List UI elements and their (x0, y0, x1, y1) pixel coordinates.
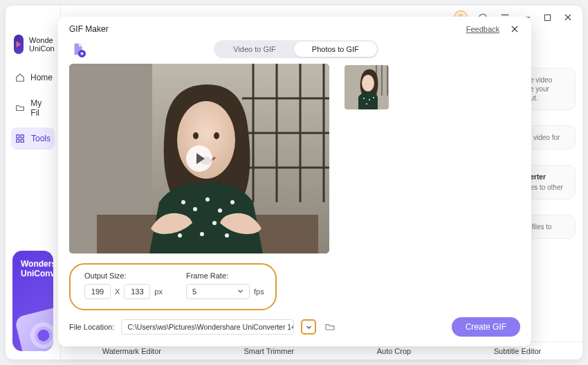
svg-rect-11 (21, 135, 24, 138)
card-text: out. (526, 94, 569, 103)
svg-point-49 (362, 75, 374, 91)
nav-tools[interactable]: Tools (11, 127, 55, 150)
brand: Wonde UniCon (6, 35, 60, 66)
frame-rate-label: Frame Rate: (186, 271, 264, 280)
output-params: Output Size: X px Frame Rate: 5 fps (69, 263, 277, 310)
svg-point-30 (181, 200, 185, 204)
brand-line2: UniCon (29, 44, 55, 53)
x-separator: X (115, 287, 120, 296)
promo-line2: UniConvert (21, 269, 45, 278)
play-button[interactable] (186, 145, 212, 172)
svg-rect-10 (17, 135, 19, 138)
dialog-title: GIF Maker (69, 24, 109, 34)
svg-point-31 (193, 207, 197, 211)
tool-auto-crop[interactable]: Auto Crop (371, 345, 417, 357)
create-gif-button[interactable]: Create GIF (452, 317, 520, 337)
promo-art-icon (14, 305, 53, 351)
svg-point-52 (373, 97, 374, 98)
nav-myfiles[interactable]: My Fil (11, 93, 55, 123)
home-icon (15, 72, 25, 83)
svg-point-34 (230, 200, 235, 204)
svg-point-36 (212, 221, 217, 225)
nav-home-label: Home (30, 73, 53, 82)
dialog-body (58, 64, 531, 258)
card-title: verter (526, 172, 569, 181)
nav-home[interactable]: Home (11, 66, 55, 89)
add-file-button[interactable] (69, 40, 87, 58)
file-location-dropdown[interactable] (301, 319, 316, 335)
gif-maker-dialog: GIF Maker Feedback Video to GIF Photos t… (58, 17, 531, 346)
svg-rect-13 (21, 139, 24, 142)
brand-text: Wonde UniCon (29, 36, 55, 53)
dialog-topbar: Video to GIF Photos to GIF (58, 37, 531, 64)
tab-photos-to-gif[interactable]: Photos to GIF (294, 42, 377, 57)
svg-point-42 (193, 132, 199, 139)
output-width-input[interactable] (84, 284, 111, 299)
file-location-label: File Location: (69, 323, 114, 331)
frame-rate-select[interactable]: 5 (186, 284, 250, 299)
output-height-input[interactable] (124, 284, 150, 299)
card-text: y files to (526, 222, 569, 231)
svg-point-50 (363, 98, 365, 99)
nav: Home My Fil Tools (6, 66, 60, 150)
svg-point-41 (178, 233, 182, 238)
feedback-link[interactable]: Feedback (466, 25, 499, 33)
card-text: ke your (526, 84, 569, 94)
card-text: ges to other (526, 183, 569, 192)
svg-point-39 (200, 232, 204, 236)
brand-line1: Wonde (29, 36, 55, 44)
fps-unit: fps (254, 287, 264, 296)
tab-video-to-gif[interactable]: Video to GIF (215, 42, 294, 57)
file-location-path[interactable]: C:\Users\ws\Pictures\Wondershare UniConv… (121, 319, 294, 335)
nav-tools-label: Tools (31, 134, 50, 143)
frame-rate-value: 5 (192, 287, 196, 296)
promo-card[interactable]: Wondersha UniConvert ♪ (12, 251, 53, 351)
svg-point-53 (366, 103, 367, 105)
tool-smart-trimmer[interactable]: Smart Trimmer (238, 345, 300, 357)
brand-logo-icon (14, 35, 24, 54)
px-unit: px (154, 287, 163, 296)
thumbnail-list (344, 64, 520, 258)
svg-point-40 (225, 233, 229, 238)
svg-point-33 (218, 208, 222, 213)
photo-thumbnail[interactable] (344, 65, 389, 109)
card-text: D video for (526, 133, 569, 142)
svg-point-43 (214, 132, 219, 139)
output-size-label: Output Size: (84, 271, 163, 280)
nav-myfiles-label: My Fil (30, 98, 50, 118)
svg-rect-12 (17, 139, 19, 142)
mode-segment: Video to GIF Photos to GIF (214, 40, 378, 58)
dialog-header: GIF Maker Feedback (58, 17, 531, 37)
folder-icon (15, 103, 25, 114)
tool-subtitle-editor[interactable]: Subtitle Editor (488, 345, 546, 357)
svg-point-32 (205, 197, 210, 202)
dialog-close-button[interactable] (509, 24, 520, 35)
promo-line1: Wondersha (21, 259, 45, 269)
tools-icon (15, 133, 26, 144)
svg-point-51 (369, 99, 370, 100)
tool-watermark-editor[interactable]: Watermark Editor (97, 345, 167, 357)
card-text: se video (526, 75, 569, 84)
open-folder-button[interactable] (323, 320, 337, 334)
preview-area[interactable] (69, 64, 329, 253)
chevron-down-icon (237, 287, 244, 296)
dialog-footer: File Location: C:\Users\ws\Pictures\Wond… (58, 310, 531, 346)
sidebar: Wonde UniCon Home My Fil Tool (6, 6, 61, 359)
